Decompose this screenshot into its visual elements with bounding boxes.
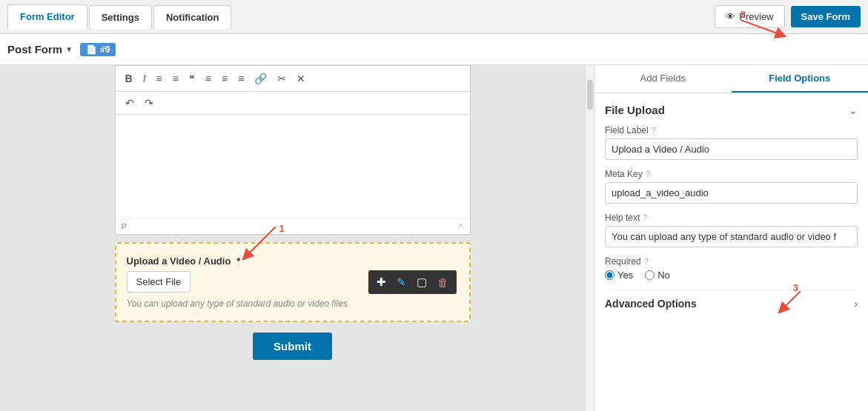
left-content: B I ≡ ≡ ❝ ≡ ≡ ≡ 🔗 ✂ ✕ ↶ ↷ <box>115 65 471 411</box>
chevron-down-icon: ▼ <box>65 45 73 53</box>
main-layout: B I ≡ ≡ ❝ ≡ ≡ ≡ 🔗 ✂ ✕ ↶ ↷ <box>0 65 868 411</box>
chevron-right-icon: › <box>854 298 858 310</box>
edit-field-button[interactable]: ✎ <box>393 273 410 291</box>
field-label-help-icon[interactable]: ? <box>652 126 656 135</box>
align-center-button[interactable]: ≡ <box>218 70 231 87</box>
collapse-icon[interactable]: ⌄ <box>849 104 858 116</box>
editor-footer: P ⇱ <box>116 218 470 234</box>
blockquote-button[interactable]: ❝ <box>185 70 199 87</box>
field-help-text: You can upload any type of standard audi… <box>127 298 459 309</box>
ordered-list-button[interactable]: ≡ <box>169 70 182 87</box>
unlink-button[interactable]: ✂ <box>274 70 290 87</box>
scroll-thumb[interactable] <box>587 80 593 110</box>
save-form-button[interactable]: Save Form <box>791 6 861 27</box>
fullscreen-button[interactable]: ✕ <box>293 70 309 87</box>
tab-field-options[interactable]: Field Options <box>732 65 869 93</box>
link-button[interactable]: 🔗 <box>251 70 271 87</box>
meta-key-help-icon[interactable]: ? <box>646 170 650 178</box>
field-label-row: Upload a Video / Audio * <box>127 255 459 267</box>
undo-button[interactable]: ↶ <box>122 95 138 111</box>
scroll-track[interactable] <box>585 65 594 411</box>
second-bar: Post Form ▼ 📄 #9 <box>0 34 868 65</box>
eye-icon: 👁 <box>726 11 735 22</box>
left-panel: B I ≡ ≡ ❝ ≡ ≡ ≡ 🔗 ✂ ✕ ↶ ↷ <box>0 65 585 411</box>
tab-add-fields[interactable]: Add Fields <box>594 65 732 93</box>
file-upload-field: 1 Upload a Video / Audio * <box>115 242 471 322</box>
post-form-selector[interactable]: Post Form ▼ <box>7 43 73 56</box>
floating-toolbar: ✚ ✎ ▢ 🗑 <box>368 270 457 294</box>
bold-button[interactable]: B <box>122 70 136 87</box>
section-title: File Upload <box>605 104 665 116</box>
section-header: File Upload ⌄ <box>605 104 858 116</box>
select-file-button[interactable]: Select File <box>127 271 191 293</box>
help-text-input[interactable] <box>605 226 858 247</box>
advanced-options-section[interactable]: Advanced Options › <box>605 290 858 317</box>
field-label-option-label: Field Label ? <box>605 125 858 136</box>
meta-key-option-label: Meta Key ? <box>605 169 858 179</box>
badge-icon: 📄 <box>86 44 97 55</box>
required-row: Yes No <box>605 270 858 281</box>
required-help-icon[interactable]: ? <box>644 257 649 266</box>
field-input-row: Select File ✚ ✎ ▢ 🗑 <box>127 271 459 293</box>
required-option-label: Required ? <box>605 256 858 267</box>
editor-footer-tag: P <box>122 222 127 231</box>
preview-button[interactable]: 👁 Preview <box>715 5 784 28</box>
move-field-button[interactable]: ✚ <box>373 273 390 291</box>
required-option: Required ? Yes No <box>605 256 858 281</box>
top-bar: Form Editor Settings Notification 👁 Prev… <box>0 0 868 34</box>
form-area: 1 Upload a Video / Audio * <box>115 242 471 322</box>
undo-bar: ↶ ↷ <box>116 92 470 115</box>
field-label-option: Field Label ? <box>605 125 858 160</box>
advanced-section-wrap: 3 Advanced Options › <box>605 290 858 317</box>
form-id-badge: 📄 #9 <box>80 43 116 56</box>
help-text-option: Help text ? <box>605 213 858 247</box>
align-right-button[interactable]: ≡ <box>234 70 248 87</box>
right-tabs: Add Fields Field Options <box>594 65 868 93</box>
field-label-text: Upload a Video / Audio <box>127 255 231 267</box>
badge-id: #9 <box>100 44 110 55</box>
field-options-panel: File Upload ⌄ Field Label ? Meta Key ? <box>594 93 868 411</box>
required-no-radio[interactable] <box>645 270 655 280</box>
advanced-options-title: Advanced Options <box>605 298 697 310</box>
required-yes-label[interactable]: Yes <box>605 270 633 281</box>
preview-label: Preview <box>739 11 773 22</box>
tab-notification[interactable]: Notification <box>153 5 232 29</box>
meta-key-option: Meta Key ? <box>605 169 858 204</box>
unordered-list-button[interactable]: ≡ <box>153 70 166 87</box>
required-asterisk: * <box>236 255 240 267</box>
editor-toolbar-wrap: B I ≡ ≡ ❝ ≡ ≡ ≡ 🔗 ✂ ✕ ↶ ↷ <box>115 65 471 235</box>
resize-handle[interactable]: ⇱ <box>458 222 464 231</box>
help-text-help-icon[interactable]: ? <box>643 213 647 222</box>
editor-area[interactable] <box>116 115 470 218</box>
editor-toolbar: B I ≡ ≡ ❝ ≡ ≡ ≡ 🔗 ✂ ✕ <box>116 66 470 92</box>
submit-button[interactable]: Submit <box>253 333 332 360</box>
help-text-option-label: Help text ? <box>605 213 858 223</box>
required-yes-radio[interactable] <box>605 270 614 280</box>
tab-settings[interactable]: Settings <box>89 5 152 29</box>
meta-key-input[interactable] <box>605 182 858 204</box>
redo-button[interactable]: ↷ <box>141 95 157 111</box>
field-label-input[interactable] <box>605 138 858 160</box>
right-panel: 2 Add Fields Field Options File Upload ⌄ <box>594 65 868 411</box>
delete-field-button[interactable]: 🗑 <box>434 274 452 291</box>
italic-button[interactable]: I <box>139 70 150 87</box>
tab-form-editor[interactable]: Form Editor <box>7 4 87 30</box>
required-no-label[interactable]: No <box>645 270 670 281</box>
submit-wrap: Submit <box>115 333 471 360</box>
post-form-label: Post Form <box>7 43 62 56</box>
copy-field-button[interactable]: ▢ <box>413 273 431 291</box>
align-left-button[interactable]: ≡ <box>202 70 215 87</box>
